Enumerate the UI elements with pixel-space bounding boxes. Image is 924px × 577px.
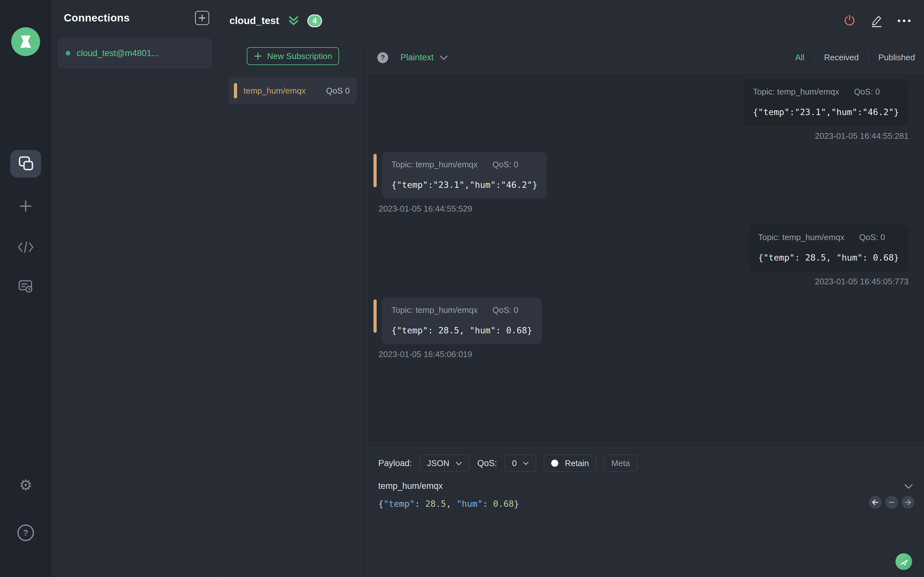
filter-received[interactable]: Received xyxy=(824,53,859,63)
editor-segment: 0.68 xyxy=(493,499,514,509)
connection-name: cloud_test@m4801... xyxy=(77,48,159,58)
arrow-right-icon xyxy=(905,499,911,506)
new-subscription-button[interactable]: New Subscription xyxy=(247,47,339,65)
connection-list-item[interactable]: cloud_test@m4801... xyxy=(57,38,212,69)
plus-icon xyxy=(19,199,32,213)
messages-toolbar: ? Plaintext All Received Published xyxy=(368,42,924,73)
message-qos: QoS: 0 xyxy=(493,160,519,169)
code-icon xyxy=(18,241,34,253)
sidebar-item-help[interactable]: ? xyxy=(0,524,51,541)
retain-toggle[interactable]: Retain xyxy=(544,455,596,472)
history-navigation xyxy=(869,496,914,509)
sidebar-item-connections[interactable] xyxy=(0,155,51,172)
payload-label: Payload: xyxy=(378,458,412,468)
connection-title: cloud_test xyxy=(229,15,279,27)
message-timestamp: 2023-01-05 16:45:06:019 xyxy=(379,350,472,359)
chevron-down-icon[interactable] xyxy=(439,55,448,61)
history-clear-button[interactable] xyxy=(885,496,898,509)
connections-panel: Connections cloud_test@m4801... xyxy=(52,0,218,577)
sidebar-item-log[interactable] xyxy=(0,279,51,293)
message-payload: {"temp": 28.5, "hum": 0.68} xyxy=(758,253,899,263)
pencil-icon xyxy=(870,14,884,27)
log-icon xyxy=(18,279,33,293)
meta-button[interactable]: Meta xyxy=(604,455,638,472)
sidebar-item-new-connection[interactable] xyxy=(0,199,51,213)
message-payload: {"temp": 28.5, "hum": 0.68} xyxy=(391,326,532,335)
message-color-bar xyxy=(373,154,376,187)
message-received: Topic: temp_hum/emqx QoS: 0 {"temp":"23.… xyxy=(373,152,909,214)
mqttx-logo xyxy=(11,27,40,56)
new-subscription-label: New Subscription xyxy=(267,51,332,61)
paper-plane-icon xyxy=(899,557,909,566)
message-timestamp: 2023-01-05 16:44:55:281 xyxy=(815,131,909,141)
message-topic: Topic: temp_hum/emqx xyxy=(391,305,478,315)
connections-header: Connections xyxy=(52,0,218,25)
qos-value: 0 xyxy=(512,458,517,468)
plus-icon xyxy=(254,52,262,60)
collapse-subscriptions-button[interactable] xyxy=(288,15,299,27)
connection-status-dot xyxy=(66,51,70,55)
message-color-bar xyxy=(373,300,376,333)
payload-format-select[interactable]: JSON xyxy=(420,455,469,472)
send-button[interactable] xyxy=(895,553,912,570)
message-format-select[interactable]: Plaintext xyxy=(401,53,434,63)
message-bubble: Topic: temp_hum/emqx QoS: 0 {"temp":"23.… xyxy=(743,79,909,126)
double-chevron-down-icon xyxy=(288,15,299,27)
subscription-color-bar xyxy=(234,83,237,98)
subscription-item[interactable]: temp_hum/emqx QoS 0 xyxy=(229,77,357,104)
message-bubble: Topic: temp_hum/emqx QoS: 0 {"temp":"23.… xyxy=(382,152,547,199)
mqttx-logo-icon xyxy=(17,33,35,51)
more-options-button[interactable] xyxy=(898,19,911,22)
arrow-left-icon xyxy=(872,499,879,506)
ellipsis-icon xyxy=(898,19,900,22)
message-timestamp: 2023-01-05 16:44:55:529 xyxy=(379,204,472,214)
topic-input[interactable]: temp_hum/emqx xyxy=(378,481,904,491)
message-qos: QoS: 0 xyxy=(493,305,519,315)
subscriptions-column: New Subscription temp_hum/emqx QoS 0 xyxy=(218,42,368,577)
history-next-button[interactable] xyxy=(901,496,914,509)
edit-connection-button[interactable] xyxy=(870,14,884,27)
qos-select[interactable]: 0 xyxy=(505,455,536,472)
gear-icon: ⚙ xyxy=(19,478,32,492)
editor-segment: : xyxy=(483,499,493,509)
minus-icon xyxy=(888,499,895,506)
message-published: Topic: temp_hum/emqx QoS: 0 {"temp": 28.… xyxy=(373,225,909,287)
editor-segment: , xyxy=(446,499,457,509)
payload-format-value: JSON xyxy=(427,458,449,468)
chevron-down-icon[interactable] xyxy=(904,484,913,489)
connections-icon xyxy=(17,155,35,172)
message-topic: Topic: temp_hum/emqx xyxy=(753,87,839,97)
message-filter-tabs: All Received Published xyxy=(795,53,915,63)
qos-label: QoS: xyxy=(477,458,497,468)
connections-title: Connections xyxy=(64,12,129,24)
disconnect-button[interactable] xyxy=(843,15,856,27)
editor-segment: "temp" xyxy=(383,499,415,509)
editor-segment: } xyxy=(514,499,519,509)
message-timestamp: 2023-01-05 16:45:05:773 xyxy=(815,277,909,287)
filter-all[interactable]: All xyxy=(795,53,804,63)
message-published: Topic: temp_hum/emqx QoS: 0 {"temp":"23.… xyxy=(373,79,909,141)
message-payload: {"temp":"23.1","hum":"46.2"} xyxy=(753,107,899,117)
sidebar-item-script[interactable] xyxy=(0,241,51,253)
message-received: Topic: temp_hum/emqx QoS: 0 {"temp": 28.… xyxy=(373,298,909,359)
retain-dot-icon xyxy=(551,460,558,467)
sidebar-item-settings[interactable]: ⚙ xyxy=(0,478,51,492)
editor-segment: 28.5 xyxy=(425,499,446,509)
history-prev-button[interactable] xyxy=(869,496,882,509)
message-topic: Topic: temp_hum/emqx xyxy=(758,232,845,242)
subscription-qos: QoS 0 xyxy=(326,86,350,96)
main-area: cloud_test 4 xyxy=(218,0,924,577)
filter-published[interactable]: Published xyxy=(879,53,915,63)
payload-format-help-icon[interactable]: ? xyxy=(377,52,388,63)
message-qos: QoS: 0 xyxy=(859,232,885,242)
retain-label: Retain xyxy=(565,458,589,468)
publish-options-row: Payload: JSON QoS: 0 xyxy=(378,454,924,472)
add-connection-button[interactable] xyxy=(195,11,209,25)
header-actions xyxy=(843,14,911,27)
message-bubble: Topic: temp_hum/emqx QoS: 0 {"temp": 28.… xyxy=(382,298,542,344)
icon-sidebar: ⚙ ? xyxy=(0,0,52,577)
filter-separator xyxy=(814,53,814,62)
chevron-down-icon xyxy=(456,461,462,466)
message-bubble: Topic: temp_hum/emqx QoS: 0 {"temp": 28.… xyxy=(748,225,909,271)
payload-editor[interactable]: {"temp": 28.5, "hum": 0.68} xyxy=(378,499,924,509)
